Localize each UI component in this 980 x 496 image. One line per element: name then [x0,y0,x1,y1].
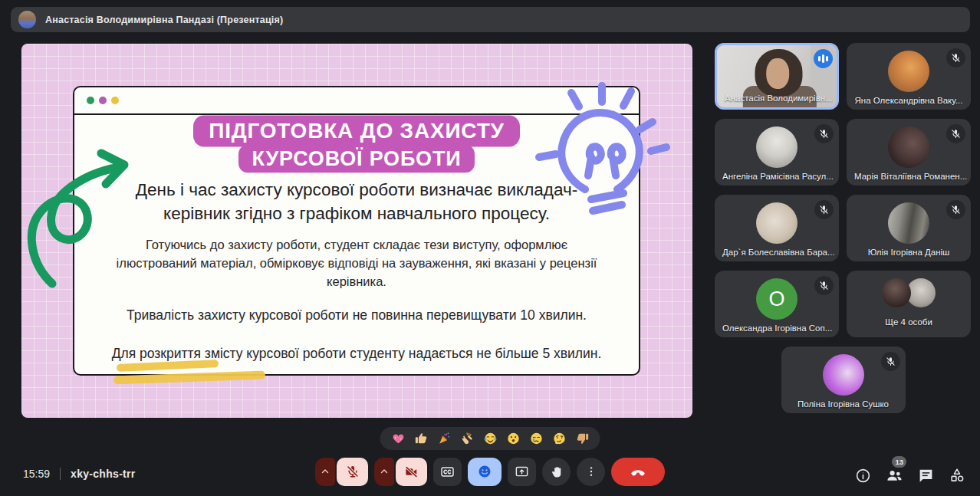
smiley-icon [477,464,492,479]
avatar [756,126,797,168]
mic-off-icon [346,465,360,478]
avatar-initial: О [756,278,797,320]
reaction-thumbs-down-icon[interactable] [575,432,590,446]
meeting-info: 15:59 xky-chhs-trr [23,468,136,480]
mic-muted-icon [881,352,900,371]
avatar [756,202,797,244]
meeting-details-button[interactable] [853,466,872,485]
reaction-crying-face-icon[interactable] [529,432,544,446]
mic-control-group [315,458,368,486]
participant-name: Дар`я Болеславівна Бара... [715,248,839,257]
slide-card-body: ПІДГОТОВКА ДО ЗАХИСТУ КУРСОВОЇ РОБОТИ Де… [74,115,639,374]
reactions-bar [380,427,600,450]
slide-paragraph-4: Для розкриття змісту курсової роботи сту… [74,346,639,362]
slide-paragraph-3: Тривалість захисту курсової роботи не по… [74,307,639,324]
mic-mute-button[interactable] [337,458,368,486]
participant-name: Юлія Ігорівна Даніш [847,248,971,257]
participant-tile-anastasiia[interactable]: Анастасія Володимирівн... [715,43,839,110]
shared-presentation: ПІДГОТОВКА ДО ЗАХИСТУ КУРСОВОЇ РОБОТИ Де… [21,44,692,418]
reaction-sparkling-heart-icon[interactable] [391,432,406,446]
participants-grid: Анастасія Володимирівн... Яна Олександрі… [715,43,972,413]
participant-tile-yana[interactable]: Яна Олександрівна Ваку... [847,43,971,110]
slide-paragraph-2: Готуючись до захисту роботи, студент скл… [74,236,639,291]
reaction-surprised-face-icon[interactable] [506,432,521,446]
reaction-clapping-hands-icon[interactable] [460,432,475,446]
mic-muted-icon [946,200,965,219]
mic-muted-icon [814,276,834,295]
participant-name: Яна Олександрівна Ваку... [847,96,971,105]
presenter-label: Анастасія Володимирівна Пандазі (Презент… [45,15,283,25]
slide-card: ПІДГОТОВКА ДО ЗАХИСТУ КУРСОВОЇ РОБОТИ Де… [73,86,640,376]
mic-muted-icon [946,124,965,143]
participant-tile-anhelina[interactable]: Ангеліна Рамісівна Расул... [715,119,839,186]
reaction-thumbs-up-icon[interactable] [414,432,429,446]
present-screen-button[interactable] [508,458,536,486]
more-options-button[interactable] [577,458,605,486]
captions-button[interactable] [433,458,462,486]
participant-tile-daria[interactable]: Дар`я Болеславівна Бара... [715,195,839,261]
camera-control-group [374,458,427,486]
participant-name: Анастасія Володимирівн... [717,94,837,103]
slide-title-line1: ПІДГОТОВКА ДО ЗАХИСТУ [193,116,520,146]
meet-window: Анастасія Володимирівна Пандазі (Презент… [0,0,980,496]
panel-buttons: 13 [853,466,966,485]
videocam-off-icon [404,465,419,479]
mic-muted-icon [814,200,834,219]
more-vert-icon [585,465,597,478]
participant-name: Марія Віталіївна Романен... [847,172,971,181]
chat-panel-button[interactable] [916,466,935,485]
leave-call-button[interactable] [611,458,665,486]
meet-controls [315,457,665,486]
reaction-face-with-tears-of-joy-icon[interactable] [483,432,498,446]
clock: 15:59 [23,468,50,480]
participant-tile-yuliia[interactable]: Юлія Ігорівна Даніш [847,195,971,261]
slide-title-line2: КУРСОВОЇ РОБОТИ [238,144,475,172]
participant-name: Олександра Ігорівна Соп... [715,324,839,333]
avatar [888,202,929,244]
more-participants-tile[interactable]: Ще 4 особи [847,271,971,337]
overflow-label: Ще 4 особи [847,317,971,327]
participant-tile-oleksandra[interactable]: О Олександра Ігорівна Соп... [715,271,839,337]
slide-paragraph-1: День і час захисту курсової роботи визна… [74,178,639,226]
meeting-code: xky-chhs-trr [71,468,136,480]
slide-title: ПІДГОТОВКА ДО ЗАХИСТУ КУРСОВОЇ РОБОТИ [74,116,639,172]
camera-off-button[interactable] [396,458,427,486]
raise-hand-icon [550,465,564,478]
call-end-icon [630,463,646,480]
captions-icon [440,465,455,479]
audio-level-icon [814,49,833,68]
participant-name: Ангеліна Рамісівна Расул... [715,172,839,181]
camera-options-button[interactable] [374,458,394,486]
raise-hand-button[interactable] [542,458,571,486]
chevron-up-icon [379,466,390,477]
overflow-avatars [882,278,936,307]
presenter-banner: Анастасія Володимирівна Пандазі (Презент… [11,7,970,32]
activities-button[interactable] [948,466,966,485]
activities-icon [949,467,965,484]
reaction-party-popper-icon[interactable] [437,432,452,446]
info-icon [855,468,871,484]
yellow-highlight-stroke [113,371,265,385]
divider [60,468,61,480]
reactions-toggle-button[interactable] [468,458,502,486]
window-dot-purple [99,97,107,104]
participant-tile-polina[interactable]: Поліна Ігорівна Сушко [781,347,906,413]
avatar [823,354,864,396]
participant-tile-mariia[interactable]: Марія Віталіївна Романен... [847,119,971,186]
window-dot-yellow [111,97,119,104]
people-icon [886,467,903,485]
chevron-up-icon [320,466,331,477]
reaction-thinking-face-icon[interactable] [552,432,567,446]
participants-count-badge: 13 [892,456,906,468]
presenter-avatar [18,11,36,28]
participant-name: Поліна Ігорівна Сушко [781,399,906,409]
avatar [888,51,929,92]
participants-panel-button[interactable]: 13 [885,466,903,485]
mic-muted-icon [814,124,834,143]
present-to-all-icon [515,465,529,479]
chat-icon [918,468,934,484]
mic-options-button[interactable] [315,458,335,486]
slide-card-header [74,87,639,115]
window-dot-green [87,97,94,104]
avatar [888,126,929,168]
